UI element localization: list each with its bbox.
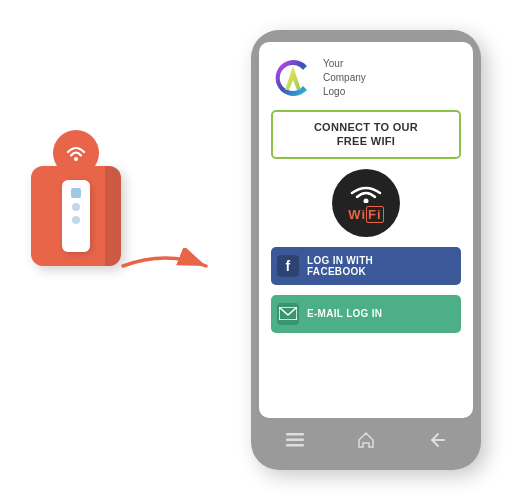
phone: Your Company Logo CONNECT TO OUR FREE WI… <box>251 30 481 470</box>
phone-bottom-bar <box>259 422 473 458</box>
email-login-button[interactable]: E-MAIL LOG IN <box>271 295 461 333</box>
svg-rect-5 <box>286 433 304 436</box>
svg-rect-7 <box>286 444 304 447</box>
wifi-badge-icon <box>350 183 382 203</box>
phone-screen: Your Company Logo CONNECT TO OUR FREE WI… <box>259 42 473 418</box>
wifi-badge-text: WiFi <box>348 207 383 222</box>
fb-line1: LOG IN WITH <box>307 255 373 266</box>
svg-point-1 <box>74 157 78 161</box>
wifi-wi: Wi <box>348 207 366 222</box>
logo-area: Your Company Logo <box>271 56 461 100</box>
facebook-button-text: LOG IN WITH FACEBOOK <box>307 255 373 277</box>
router-device <box>62 180 90 252</box>
svg-rect-6 <box>286 439 304 442</box>
phone-home-icon[interactable] <box>356 430 376 450</box>
fb-line2: FACEBOOK <box>307 266 373 277</box>
router-light-2 <box>72 216 80 224</box>
logo-text: Your Company Logo <box>323 57 366 99</box>
email-icon <box>277 303 299 325</box>
phone-menu-icon[interactable] <box>285 430 305 450</box>
router-button-indicator <box>71 188 81 198</box>
email-button-label: E-MAIL LOG IN <box>307 308 382 319</box>
wifi-badge: WiFi <box>332 169 400 237</box>
phone-back-icon[interactable] <box>427 430 447 450</box>
arrow-area <box>121 248 211 288</box>
facebook-login-button[interactable]: f LOG IN WITH FACEBOOK <box>271 247 461 285</box>
wifi-signal-bubble <box>53 130 99 176</box>
facebook-icon: f <box>277 255 299 277</box>
connect-wifi-button[interactable]: CONNECT TO OUR FREE WIFI <box>271 110 461 159</box>
scene: Your Company Logo CONNECT TO OUR FREE WI… <box>11 10 511 490</box>
router-box <box>31 166 121 266</box>
arrow-icon <box>121 248 211 284</box>
connect-line1: CONNECT TO OUR <box>279 120 453 134</box>
svg-point-3 <box>364 199 369 204</box>
router-area <box>31 130 121 266</box>
wifi-icon <box>62 139 90 167</box>
router-light <box>72 203 80 211</box>
wifi-fi: Fi <box>366 206 384 223</box>
wifi-badge-inner: WiFi <box>348 183 383 222</box>
connect-line2: FREE WIFI <box>279 134 453 148</box>
envelope-icon <box>279 307 297 320</box>
company-logo-icon <box>271 56 315 100</box>
